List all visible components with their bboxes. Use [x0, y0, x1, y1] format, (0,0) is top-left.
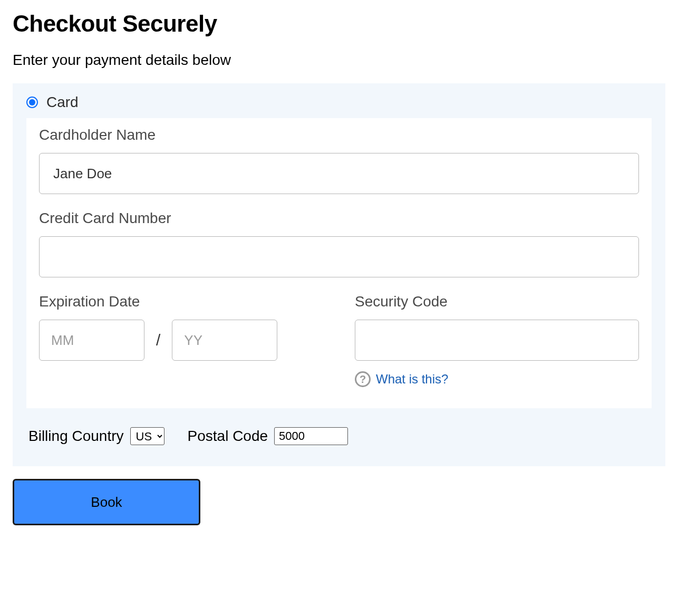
- postal-code-input[interactable]: [274, 427, 348, 445]
- cvv-input[interactable]: [355, 320, 639, 361]
- help-icon: ?: [355, 371, 371, 387]
- cvv-label: Security Code: [355, 293, 639, 310]
- card-form: Cardholder Name Credit Card Number Expir…: [26, 118, 652, 408]
- expiry-separator: /: [156, 331, 160, 349]
- cvv-help-link[interactable]: What is this?: [376, 372, 448, 387]
- book-button[interactable]: Book: [13, 479, 200, 525]
- payment-panel: Card Cardholder Name Credit Card Number …: [13, 83, 665, 466]
- billing-country-label: Billing Country: [28, 428, 124, 445]
- billing-country-select[interactable]: US: [130, 427, 164, 445]
- cardholder-name-input[interactable]: [39, 153, 639, 194]
- page-title: Checkout Securely: [13, 11, 665, 37]
- postal-code-label: Postal Code: [188, 428, 268, 445]
- expiry-month-input[interactable]: [39, 320, 144, 361]
- payment-method-card[interactable]: Card: [26, 94, 652, 111]
- page-subtitle: Enter your payment details below: [13, 52, 665, 69]
- payment-method-label: Card: [46, 94, 79, 111]
- expiry-year-input[interactable]: [172, 320, 277, 361]
- billing-row: Billing Country US Postal Code: [26, 427, 652, 445]
- radio-selected-icon: [26, 97, 38, 108]
- card-number-input[interactable]: [39, 236, 639, 277]
- card-number-label: Credit Card Number: [39, 210, 639, 227]
- expiry-label: Expiration Date: [39, 293, 323, 310]
- cardholder-name-label: Cardholder Name: [39, 127, 639, 143]
